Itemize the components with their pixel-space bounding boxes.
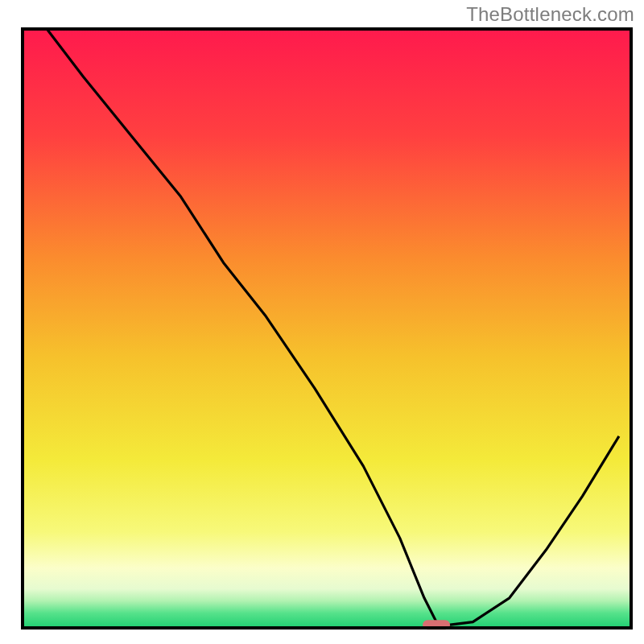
plot-background: [23, 29, 631, 628]
chart-svg: [0, 0, 644, 644]
chart-container: { "watermark": "TheBottleneck.com", "col…: [0, 0, 644, 644]
